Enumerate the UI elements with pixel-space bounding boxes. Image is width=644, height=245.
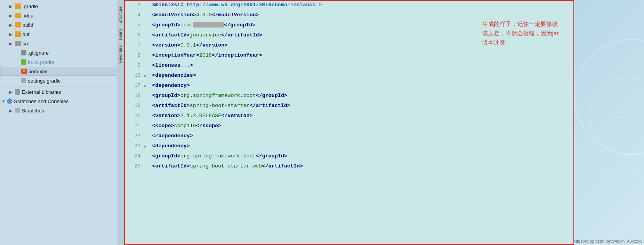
code-line-5: <groupId>com.</groupId> xyxy=(152,20,574,30)
xml-close-tag: </groupId> xyxy=(256,153,287,159)
folder-icon xyxy=(15,41,21,46)
code-line-24: <groupId>org.springframework.boot</group… xyxy=(152,151,574,161)
xml-tag: <inceptionYear> xyxy=(152,52,199,58)
code-editor[interactable]: 3 4 5 6 7 8 9 16 17 18 19 20 21 22 23 24… xyxy=(124,0,574,245)
code-line-6: <artifactId>jobservice</artifactId> xyxy=(152,30,574,40)
chevron-right-icon: ▶ xyxy=(9,14,15,18)
xml-close-tag: </version> xyxy=(196,42,227,48)
sidebar-item-label: .gradle xyxy=(23,3,38,9)
favorites-tab[interactable]: Favorites xyxy=(117,43,123,65)
sidebar-item-label: Scratches xyxy=(22,108,44,114)
sidebar: ▶ .gradle ▶ .idea ▶ build ▶ out ▶ src xyxy=(0,0,124,245)
xml-close-tag: </groupId> xyxy=(224,22,255,28)
sidebar-item-out[interactable]: ▶ out xyxy=(0,29,116,39)
xml-tag: <artifactId> xyxy=(152,32,190,38)
sidebar-right-tabs: Structure Learn Favorites xyxy=(117,0,124,245)
xml-content: spring-boot-starter xyxy=(190,103,249,109)
xml-content: 0.0.1 xyxy=(180,42,196,48)
file-tree: ▶ .gradle ▶ .idea ▶ build ▶ out ▶ src xyxy=(0,0,116,117)
xml-close-tag: </scope> xyxy=(196,123,221,129)
xml-tag: <modelVersion> xyxy=(152,12,196,18)
xml-content: jobservice xyxy=(190,32,221,38)
sidebar-item-gradle[interactable]: ▶ .gradle xyxy=(0,2,116,11)
folder-icon xyxy=(15,22,21,28)
sidebar-item-idea[interactable]: ▶ .idea xyxy=(0,11,116,20)
sidebar-item-label: src xyxy=(23,41,29,47)
xml-content: compile xyxy=(174,123,196,129)
xml-icon: X xyxy=(21,69,27,74)
divider xyxy=(0,86,116,86)
watermark: https://blog.csdn.net/weixin_43xxxxx xyxy=(574,239,642,243)
sidebar-item-label: build xyxy=(23,22,33,28)
chevron-right-icon: ▶ xyxy=(9,90,15,94)
scratches-folder-icon xyxy=(15,108,20,113)
gitignore-icon xyxy=(21,50,26,55)
xml-tag: <version> xyxy=(152,42,180,48)
gutter: ◆ ◆ ◆ xyxy=(144,0,151,245)
xml-close-tag: </version> xyxy=(221,113,253,119)
sidebar-item-label: External Libraries xyxy=(22,89,61,95)
xml-content: spring-boot-starter-web xyxy=(190,163,262,169)
sidebar-item-scratches[interactable]: ▶ Scratches xyxy=(0,106,116,115)
code-line-17: <dependency> xyxy=(152,81,574,91)
sidebar-item-settings-gradle[interactable]: settings.gradle xyxy=(0,76,116,85)
code-line-3: xmlns:xsi= http://www.w3.org/2001/XMLSch… xyxy=(152,0,574,10)
xml-close-tag: </groupId> xyxy=(256,93,287,98)
xml-content: 2.1.2.RELEASE xyxy=(180,113,221,119)
gradle-icon xyxy=(21,59,26,65)
xml-tag: <dependency> xyxy=(152,83,190,88)
xml-tag: <dependency> xyxy=(152,143,190,149)
editor-area: 3 4 5 6 7 8 9 16 17 18 19 20 21 22 23 24… xyxy=(124,0,644,245)
decor-circle-3 xyxy=(594,116,644,174)
xml-tag: <licenses...> xyxy=(152,62,193,68)
code-line-9: <licenses...> xyxy=(152,60,574,71)
code-line-16: <dependencies> xyxy=(152,71,574,81)
xml-url: http://www.w3.org/2001/XMLSchema-instanc… xyxy=(184,2,315,8)
sidebar-item-scratches-and-consoles[interactable]: ▼ Scratches and Consoles xyxy=(0,97,116,106)
code-line-25: <artifactId>spring-boot-starter-web</art… xyxy=(152,161,574,171)
sidebar-item-label: settings.gradle xyxy=(28,78,61,84)
xml-close-tag: </artifactId> xyxy=(262,163,303,169)
xml-attr: xmlns:xsi= xyxy=(152,2,184,8)
xml-tag: <groupId> xyxy=(152,22,180,28)
editor-inner: 3 4 5 6 7 8 9 16 17 18 19 20 21 22 23 24… xyxy=(124,0,574,245)
folder-icon xyxy=(15,3,21,9)
code-line-23: <dependency> xyxy=(152,141,574,151)
chevron-right-icon: ▶ xyxy=(9,109,15,113)
sidebar-item-src[interactable]: ▶ src xyxy=(0,39,116,48)
line-numbers: 3 4 5 6 7 8 9 16 17 18 19 20 21 22 23 24… xyxy=(124,0,144,245)
xml-close-tag: </artifactId> xyxy=(221,32,262,38)
sidebar-item-gitignore[interactable]: .gitignore xyxy=(0,48,116,57)
learn-tab[interactable]: Learn xyxy=(117,27,123,42)
settings-icon xyxy=(21,78,26,83)
right-decoration: https://blog.csdn.net/weixin_43xxxxx xyxy=(574,0,644,245)
xml-close-tag: </inceptionYear> xyxy=(212,52,262,58)
xml-close-tag: </modelVersion> xyxy=(212,12,259,18)
sidebar-item-label: pom.xml xyxy=(28,69,47,74)
folder-icon xyxy=(15,31,21,37)
sidebar-item-label: out xyxy=(23,31,29,37)
sidebar-item-build-gradle[interactable]: build.gradle xyxy=(0,57,116,67)
xml-tag: <dependencies> xyxy=(152,72,196,78)
xml-content: 2018 xyxy=(199,52,212,58)
chevron-right-icon: ▶ xyxy=(9,32,15,36)
xml-content: org.springframework.boot xyxy=(180,93,256,98)
structure-tab[interactable]: Structure xyxy=(117,4,123,26)
xml-tag: <scope> xyxy=(152,123,174,129)
sidebar-item-build[interactable]: ▶ build xyxy=(0,20,116,29)
chevron-right-icon: ▶ xyxy=(9,4,15,9)
sidebar-item-label: .gitignore xyxy=(28,50,48,56)
xml-close-tag: </artifactId> xyxy=(249,103,290,109)
code-lines[interactable]: xmlns:xsi= http://www.w3.org/2001/XMLSch… xyxy=(151,0,574,245)
folder-icon xyxy=(15,13,21,18)
chevron-down-icon: ▼ xyxy=(2,99,7,104)
code-line-20: <version>2.1.2.RELEASE</version> xyxy=(152,111,574,121)
xml-tag: <artifactId> xyxy=(152,163,190,169)
xml-tag: <groupId> xyxy=(152,93,180,98)
code-line-21: <scope>compile</scope> xyxy=(152,121,574,131)
code-line-7: <version>0.0.1</version> xyxy=(152,40,574,50)
sidebar-item-external-libraries[interactable]: ▶ External Libraries xyxy=(0,87,116,97)
xml-tag: <artifactId> xyxy=(152,103,190,109)
sidebar-item-pom-xml[interactable]: X pom.xml xyxy=(0,67,116,76)
code-line-22: </dependency> xyxy=(152,131,574,141)
